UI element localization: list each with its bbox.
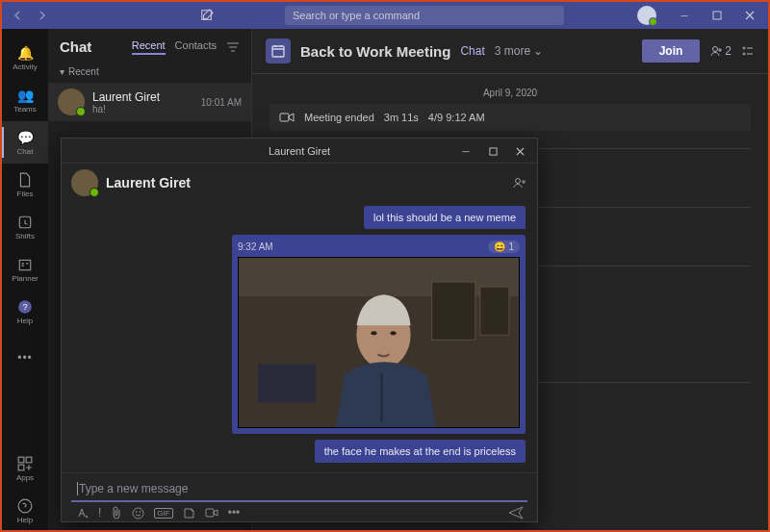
call-duration: 3m 11s (384, 112, 419, 123)
svg-point-25 (133, 508, 143, 519)
svg-point-24 (391, 331, 397, 335)
svg-rect-28 (206, 509, 214, 517)
bell-icon: 🔔 (17, 45, 33, 61)
nav-back-icon[interactable] (8, 5, 29, 26)
contact-avatar (58, 89, 85, 115)
nav-forward-icon[interactable] (31, 5, 52, 26)
message-card[interactable]: 9:32 AM 😄1 (232, 235, 526, 434)
date-separator: April 9, 2020 (270, 88, 751, 98)
priority-icon[interactable]: ! (98, 506, 101, 519)
conversation-title: Back to Work Meeting (300, 43, 450, 60)
svg-text:?: ? (22, 302, 27, 312)
rail-apps[interactable]: Apps (2, 447, 48, 490)
planner-icon (17, 257, 33, 272)
svg-rect-21 (258, 364, 316, 402)
rail-more[interactable]: ••• (2, 337, 48, 379)
chevron-down-icon: ⌄ (533, 44, 543, 58)
more-icon[interactable]: ••• (228, 506, 241, 519)
call-time: 4/9 9:12 AM (428, 112, 485, 123)
tab-recent[interactable]: Recent (132, 39, 166, 55)
gif-icon[interactable]: GIF (154, 508, 172, 519)
current-user-avatar[interactable] (637, 6, 656, 25)
close-button[interactable] (735, 3, 764, 28)
message-bubble-partial[interactable]: lol this should be a new meme (364, 206, 526, 229)
apps-icon (17, 456, 33, 471)
message-time: 9:32 AM (238, 241, 273, 252)
popout-minimize-button[interactable]: ─ (452, 139, 479, 164)
tab-contacts[interactable]: Contacts (175, 39, 217, 55)
participants-button[interactable]: 2 (709, 44, 732, 58)
popout-contact-avatar[interactable] (71, 169, 98, 196)
popout-chat-window: Laurent Giret ─ Laurent Giret lol this s… (61, 138, 538, 522)
conversation-tab-chat[interactable]: Chat (460, 44, 484, 58)
svg-rect-1 (713, 12, 721, 19)
rail-files[interactable]: Files (2, 164, 48, 206)
help-icon: ? (17, 299, 33, 315)
maximize-button[interactable] (703, 3, 732, 28)
chevron-down-icon: ▾ (60, 66, 64, 77)
svg-rect-7 (26, 457, 32, 463)
rail-help[interactable]: ?Help (2, 291, 48, 333)
emoji-icon[interactable] (132, 507, 144, 519)
call-ended-label: Meeting ended (304, 112, 374, 123)
svg-point-26 (136, 511, 137, 512)
popout-maximize-button[interactable] (479, 139, 506, 164)
laugh-emoji-icon: 😄 (494, 241, 505, 252)
message-preview: ha! (92, 104, 193, 114)
svg-point-16 (516, 179, 521, 184)
svg-rect-14 (280, 114, 289, 121)
svg-point-23 (371, 331, 376, 335)
popout-contact-name: Laurent Giret (106, 175, 191, 190)
chat-list-item[interactable]: Laurent Giret ha! 10:01 AM (48, 83, 251, 121)
meet-now-icon[interactable] (205, 507, 218, 519)
people-icon: 👥 (17, 88, 33, 103)
svg-rect-18 (239, 258, 519, 296)
message-bubble[interactable]: the face he makes at the end is priceles… (315, 440, 526, 463)
minimize-button[interactable]: ─ (670, 3, 699, 28)
meeting-icon (266, 38, 291, 63)
filter-icon[interactable] (226, 40, 240, 54)
format-icon[interactable] (75, 506, 89, 519)
search-placeholder: Search or type a command (293, 10, 420, 21)
rail-activity[interactable]: 🔔Activity (2, 37, 48, 79)
svg-point-13 (743, 53, 745, 55)
left-rail: 🔔Activity 👥Teams 💬Chat Files Shifts Plan… (2, 29, 48, 532)
title-bar: Search or type a command ─ (2, 2, 768, 29)
svg-rect-3 (19, 260, 30, 269)
file-icon (17, 172, 33, 188)
compose-input[interactable]: Type a new message (71, 477, 527, 502)
section-recent[interactable]: ▾Recent (48, 61, 251, 83)
svg-point-12 (743, 47, 745, 49)
svg-rect-20 (480, 287, 509, 335)
chat-icon: 💬 (17, 130, 33, 145)
rail-chat[interactable]: 💬Chat (2, 121, 48, 164)
join-button[interactable]: Join (642, 39, 701, 63)
send-button[interactable] (508, 506, 524, 519)
popout-close-button[interactable] (506, 139, 533, 164)
rail-teams[interactable]: 👥Teams (2, 79, 48, 121)
svg-rect-6 (18, 457, 24, 463)
message-time: 10:01 AM (201, 97, 242, 108)
rail-shifts[interactable]: Shifts (2, 206, 48, 248)
popout-add-participant-icon[interactable] (512, 176, 527, 190)
svg-rect-10 (272, 46, 284, 57)
panel-toggle-icon[interactable] (741, 44, 755, 58)
reaction-badge[interactable]: 😄1 (488, 241, 520, 253)
svg-rect-15 (489, 147, 496, 154)
video-icon (279, 112, 295, 123)
svg-rect-8 (18, 465, 24, 470)
conversation-more-tabs[interactable]: 3 more ⌄ (495, 44, 544, 58)
search-input[interactable]: Search or type a command (285, 6, 564, 25)
compose-icon[interactable] (196, 5, 218, 26)
rail-help-bottom[interactable]: Help (2, 490, 48, 532)
svg-point-11 (713, 47, 718, 52)
popout-titlebar[interactable]: Laurent Giret ─ (62, 139, 537, 164)
call-ended-card[interactable]: Meeting ended 3m 11s 4/9 9:12 AM (270, 104, 751, 131)
rail-planner[interactable]: Planner (2, 248, 48, 291)
message-image[interactable] (238, 257, 520, 428)
sticker-icon[interactable] (183, 507, 195, 519)
contact-name: Laurent Giret (92, 90, 193, 104)
help-icon (17, 498, 33, 514)
chat-list-title: Chat (60, 38, 91, 55)
attach-icon[interactable] (111, 506, 122, 519)
